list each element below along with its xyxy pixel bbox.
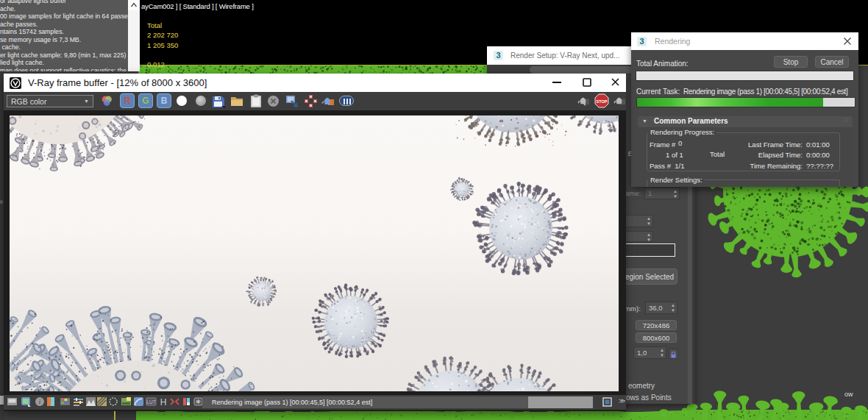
svg-text:STOP: STOP bbox=[597, 99, 608, 104]
svg-text:H: H bbox=[160, 397, 167, 407]
svg-text:LUT: LUT bbox=[146, 399, 155, 405]
